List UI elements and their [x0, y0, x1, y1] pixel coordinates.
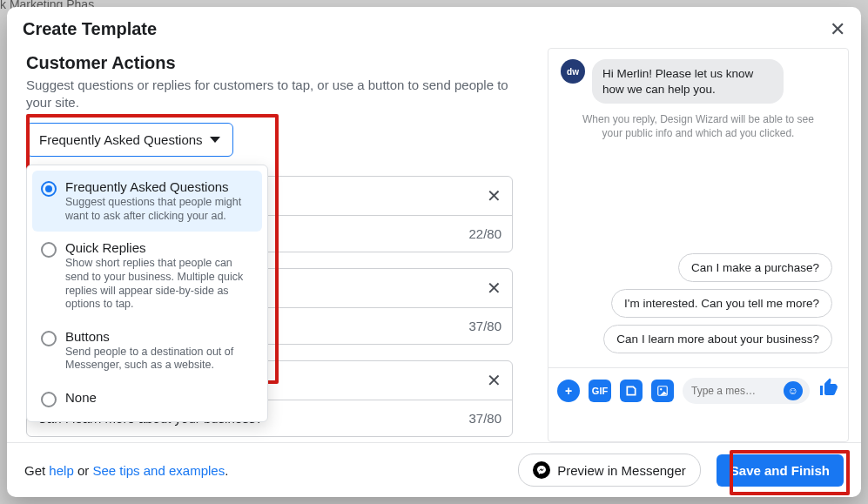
dropdown-trigger[interactable]: Frequently Asked Questions [26, 123, 233, 157]
bot-avatar: dw [561, 59, 585, 84]
image-icon[interactable] [651, 380, 674, 402]
section-title: Customer Actions [26, 53, 513, 73]
messenger-icon [533, 461, 550, 479]
svg-point-1 [660, 388, 662, 390]
modal-header: Create Template ✕ [7, 7, 861, 48]
settings-column: Customer Actions Suggest questions or re… [7, 48, 539, 442]
save-wrap: Save and Finish [717, 454, 844, 487]
composer-input[interactable] [690, 384, 784, 398]
chip-interested[interactable]: I'm interested. Can you tell me more? [611, 289, 832, 318]
dropdown-option-none[interactable]: None [32, 381, 262, 416]
char-count: 22/80 [458, 226, 512, 241]
thumbs-up-icon[interactable] [818, 377, 839, 404]
option-title: Buttons [65, 329, 253, 344]
footer-or: or [74, 463, 93, 478]
radio-icon [41, 181, 57, 197]
dropdown-option-buttons[interactable]: Buttons Send people to a destination out… [32, 320, 262, 381]
chip-purchase[interactable]: Can I make a purchase? [678, 253, 832, 282]
chip-learn-more[interactable]: Can I learn more about your business? [603, 325, 832, 353]
plus-icon[interactable]: + [557, 380, 580, 402]
close-icon[interactable]: ✕ [830, 20, 845, 39]
option-sub: Send people to a destination out of Mess… [65, 346, 253, 373]
footer-help-text: Get help or See tips and examples. [24, 463, 228, 478]
system-note: When you reply, Design Wizard will be ab… [581, 112, 816, 140]
radio-icon [41, 331, 57, 346]
option-sub: Suggest questions that people might want… [65, 196, 253, 223]
tips-link[interactable]: See tips and examples [92, 463, 225, 478]
dropdown-selected-label: Frequently Asked Questions [39, 132, 203, 147]
remove-question-icon[interactable]: ✕ [487, 278, 501, 299]
modal-body: Customer Actions Suggest questions or re… [7, 48, 861, 442]
composer-bar: + GIF ☺ [548, 367, 848, 413]
preview-column: dw Hi Merlin! Please let us know how we … [539, 48, 861, 442]
option-title: Quick Replies [65, 240, 253, 255]
sticker-icon[interactable] [620, 380, 643, 402]
bot-message-row: dw Hi Merlin! Please let us know how we … [561, 59, 836, 104]
suggestion-chips: Can I make a purchase? I'm interested. C… [561, 253, 836, 364]
chat-area: dw Hi Merlin! Please let us know how we … [548, 49, 848, 367]
help-link[interactable]: help [49, 463, 73, 478]
radio-icon [41, 242, 57, 258]
radio-icon [41, 392, 57, 407]
settings-scroll[interactable]: Customer Actions Suggest questions or re… [26, 48, 534, 442]
create-template-modal: Create Template ✕ Customer Actions Sugge… [7, 7, 861, 497]
footer-period: . [225, 463, 228, 478]
preview-in-messenger-button[interactable]: Preview in Messenger [518, 454, 701, 487]
section-description: Suggest questions or replies for custome… [26, 77, 513, 111]
composer-input-wrap: ☺ [683, 378, 810, 404]
preview-label: Preview in Messenger [557, 463, 686, 478]
option-sub: Show short replies that people can send … [65, 257, 253, 312]
modal-footer: Get help or See tips and examples. Previ… [7, 442, 861, 497]
save-and-finish-button[interactable]: Save and Finish [717, 454, 844, 487]
option-title: Frequently Asked Questions [65, 179, 253, 194]
dropdown-menu: Frequently Asked Questions Suggest quest… [26, 165, 268, 422]
dropdown-option-faq[interactable]: Frequently Asked Questions Suggest quest… [32, 171, 262, 232]
remove-question-icon[interactable]: ✕ [487, 370, 501, 391]
char-count: 37/80 [458, 411, 512, 426]
option-title: None [65, 390, 253, 405]
remove-question-icon[interactable]: ✕ [487, 185, 501, 206]
messenger-preview[interactable]: dw Hi Merlin! Please let us know how we … [548, 48, 849, 442]
dropdown-option-quick-replies[interactable]: Quick Replies Show short replies that pe… [32, 232, 262, 320]
chevron-down-icon [210, 137, 220, 143]
footer-actions: Preview in Messenger Save and Finish [518, 454, 844, 487]
emoji-icon[interactable]: ☺ [784, 381, 803, 400]
gif-icon[interactable]: GIF [589, 380, 611, 402]
footer-get: Get [24, 463, 49, 478]
char-count: 37/80 [458, 319, 512, 333]
customer-actions-dropdown: Frequently Asked Questions Frequently As… [26, 123, 233, 157]
modal-title: Create Template [23, 19, 157, 39]
bot-message: Hi Merlin! Please let us know how we can… [592, 59, 784, 104]
